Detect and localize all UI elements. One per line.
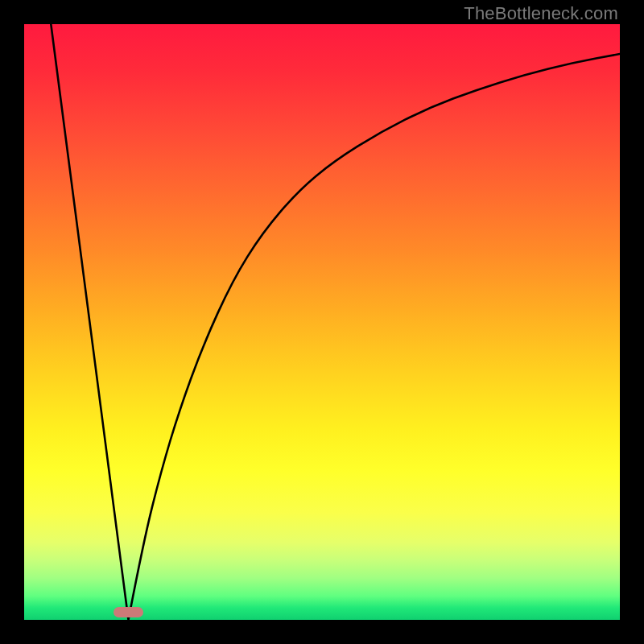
optimum-marker: [114, 607, 143, 617]
chart-frame: TheBottleneck.com: [0, 0, 644, 644]
watermark-text: TheBottleneck.com: [464, 3, 618, 24]
curve-path: [51, 24, 620, 620]
bottleneck-curve: [24, 24, 620, 620]
plot-area: [24, 24, 620, 620]
